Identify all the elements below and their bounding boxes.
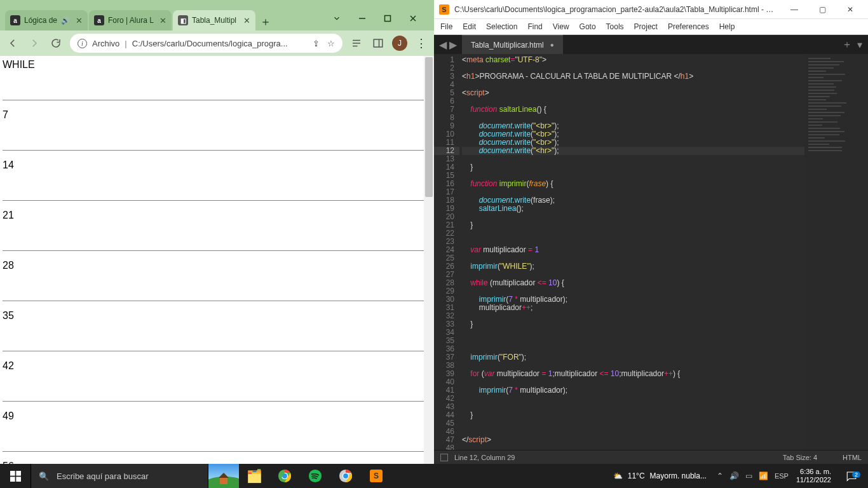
tab-size[interactable]: Tab Size: 4	[783, 454, 817, 461]
wifi-icon[interactable]: 📶	[759, 471, 768, 480]
menu-item[interactable]: Goto	[580, 22, 596, 31]
code-line[interactable]: }	[462, 411, 804, 419]
code-line[interactable]: imprimir("FOR");	[462, 353, 804, 362]
start-button[interactable]	[0, 464, 31, 488]
close-tab-icon[interactable]: ✕	[76, 16, 83, 25]
code-line[interactable]	[462, 337, 804, 345]
editor-tab[interactable]: Tabla_Multiplicar.html ●	[462, 35, 563, 54]
code-line[interactable]: <script>	[462, 89, 804, 97]
language-indicator[interactable]: ESP	[775, 472, 789, 480]
menu-item[interactable]: Edit	[463, 22, 476, 31]
back-icon[interactable]	[5, 36, 20, 51]
notifications-icon[interactable]: 2	[839, 470, 864, 482]
menu-item[interactable]: Help	[719, 22, 735, 31]
code-line[interactable]	[462, 155, 804, 163]
code-area[interactable]: <meta charset="UTF-8"> <h1>PROGRAMA - CA…	[459, 54, 804, 450]
code-line[interactable]: multiplicador++;	[462, 304, 804, 312]
code-line[interactable]: document.write("<hr>");	[462, 147, 804, 155]
browser-tab[interactable]: a Foro | Alura L ✕	[89, 10, 172, 30]
code-line[interactable]	[462, 403, 804, 411]
spotify-app-icon[interactable]	[300, 464, 330, 488]
browser-tab-active[interactable]: ◧ Tabla_Multipl ✕	[173, 10, 255, 30]
sublime-app-icon[interactable]: S	[361, 464, 391, 488]
close-window-icon[interactable]	[402, 9, 424, 28]
star-icon[interactable]: ☆	[327, 39, 335, 48]
scrollbar[interactable]	[424, 56, 434, 464]
line-gutter[interactable]: 1234567891011121314151617181920212223242…	[434, 54, 459, 450]
code-line[interactable]: while (multiplicador <= 10) {	[462, 279, 804, 287]
code-line[interactable]: imprimir("WHILE");	[462, 262, 804, 271]
weather-widget[interactable]: ⛅ 11°C Mayorm. nubla...	[607, 471, 713, 480]
code-line[interactable]	[462, 312, 804, 320]
sublime-titlebar[interactable]: C:\Users\carlu\Documents\logica_programa…	[434, 0, 868, 19]
forward-icon[interactable]	[27, 36, 42, 51]
maximize-icon[interactable]	[377, 9, 398, 28]
site-info-icon[interactable]: i	[78, 39, 87, 48]
battery-icon[interactable]: ▭	[745, 471, 752, 480]
code-line[interactable]: function saltarLinea() {	[462, 105, 804, 114]
address-bar[interactable]: i Archivo | C:/Users/carlu/Documents/log…	[70, 34, 342, 53]
syntax-mode[interactable]: HTML	[843, 454, 862, 461]
tab-dropdown-icon[interactable]: ▾	[857, 39, 862, 51]
code-line[interactable]	[462, 395, 804, 403]
close-tab-icon[interactable]: ✕	[159, 16, 166, 25]
task-view-icon[interactable]	[208, 464, 239, 488]
browser-tab[interactable]: a Lógica de 🔊 ✕	[5, 10, 88, 30]
taskbar-search[interactable]: 🔍 Escribe aquí para buscar	[31, 464, 208, 488]
code-line[interactable]: }	[462, 320, 804, 329]
svg-rect-6	[10, 477, 15, 482]
chrome-titlebar[interactable]	[0, 0, 434, 6]
code-line[interactable]: saltarLinea();	[462, 205, 804, 213]
menu-item[interactable]: View	[553, 22, 569, 31]
minimap[interactable]	[804, 54, 868, 450]
menu-item[interactable]: Preferences	[668, 22, 709, 31]
code-line[interactable]: }	[462, 221, 804, 229]
tab-history-nav[interactable]: ◀ ▶	[434, 35, 462, 54]
menu-item[interactable]: Project	[634, 22, 658, 31]
code-line[interactable]: <h1>PROGRAMA - CALCULAR LA TABLA DE MULT…	[462, 72, 804, 81]
code-line[interactable]	[462, 81, 804, 89]
line-number[interactable]: 48	[434, 444, 454, 450]
menu-item[interactable]: Find	[527, 22, 542, 31]
file-explorer-icon[interactable]: 🗂️	[239, 464, 269, 488]
clock[interactable]: 6:36 a. m. 11/12/2022	[792, 468, 835, 484]
code-line[interactable]	[462, 428, 804, 436]
kebab-menu-icon[interactable]: ⋮	[414, 36, 429, 51]
profile-avatar[interactable]: J	[392, 36, 407, 51]
speaker-icon[interactable]: 🔊	[61, 17, 70, 25]
new-tab-button[interactable]: ＋	[257, 13, 275, 30]
code-line[interactable]: function imprimir(frase) {	[462, 180, 804, 188]
tray-chevron-icon[interactable]: ⌃	[717, 471, 723, 480]
chrome-app-icon[interactable]	[269, 464, 300, 488]
share-icon[interactable]: ⇪	[313, 39, 320, 48]
code-line[interactable]: var multiplicador = 1	[462, 246, 804, 254]
scroll-thumb[interactable]	[425, 57, 433, 197]
code-line[interactable]: }	[462, 163, 804, 172]
code-line[interactable]: </script>	[462, 436, 804, 444]
minimize-icon[interactable]	[351, 9, 373, 28]
reload-icon[interactable]	[48, 36, 64, 51]
maximize-icon[interactable]: ▢	[810, 2, 835, 17]
new-tab-icon[interactable]: ＋	[842, 38, 852, 51]
volume-icon[interactable]: 🔊	[729, 471, 739, 480]
code-line[interactable]: imprimir(7 * multiplicador);	[462, 386, 804, 395]
side-panel-icon[interactable]	[370, 36, 386, 51]
code-line[interactable]	[462, 444, 804, 450]
code-line[interactable]: <meta charset="UTF-8">	[462, 56, 804, 64]
panel-switcher-icon[interactable]	[440, 454, 448, 461]
reading-list-icon[interactable]	[349, 36, 364, 51]
code-line[interactable]	[462, 229, 804, 238]
code-line[interactable]	[462, 329, 804, 337]
minimize-icon[interactable]: —	[782, 2, 807, 17]
menu-item[interactable]: File	[440, 22, 452, 31]
code-line[interactable]	[462, 213, 804, 221]
tab-search-icon[interactable]	[326, 9, 348, 28]
chrome-canary-app-icon[interactable]	[330, 464, 361, 488]
menu-item[interactable]: Selection	[486, 22, 517, 31]
close-window-icon[interactable]: ✕	[837, 2, 863, 17]
code-line[interactable]: for (var multiplicador = 1;multiplicador…	[462, 370, 804, 378]
menu-item[interactable]: Tools	[606, 22, 624, 31]
weather-temp: 11°C	[628, 471, 645, 480]
code-line[interactable]	[462, 419, 804, 428]
close-tab-icon[interactable]: ✕	[243, 16, 250, 25]
